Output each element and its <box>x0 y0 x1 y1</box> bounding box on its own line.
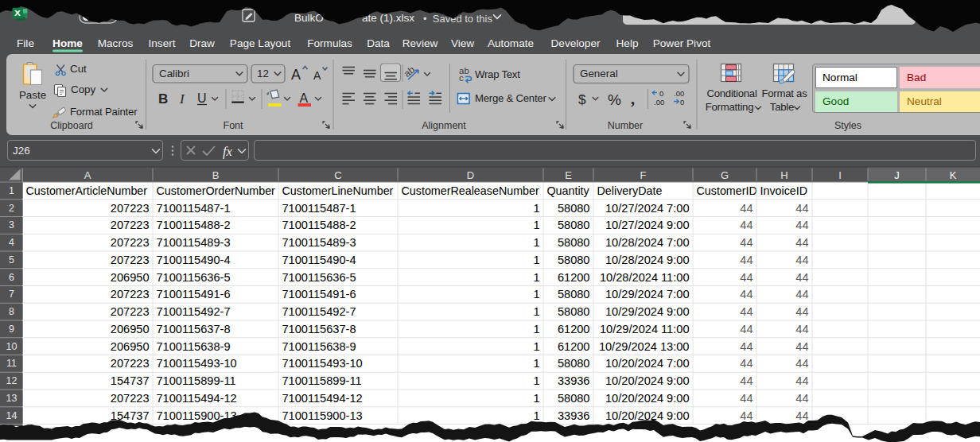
svg-text:%: % <box>608 91 621 108</box>
svg-text:A: A <box>313 69 321 82</box>
svg-text:$: $ <box>578 92 586 107</box>
svg-text:0: 0 <box>680 98 684 107</box>
svg-text:U: U <box>197 91 207 105</box>
svg-text:fx: fx <box>223 144 233 159</box>
svg-text:.00: .00 <box>654 98 664 107</box>
svg-text:B: B <box>158 91 168 107</box>
svg-text:ab: ab <box>402 64 417 79</box>
svg-text:.00: .00 <box>674 89 684 98</box>
svg-text:0: 0 <box>659 89 663 98</box>
svg-text:A: A <box>291 67 301 83</box>
svg-text:A: A <box>300 91 309 105</box>
svg-text:I: I <box>179 91 185 107</box>
svg-text:c: c <box>459 73 464 83</box>
svg-text:,: , <box>631 90 635 107</box>
